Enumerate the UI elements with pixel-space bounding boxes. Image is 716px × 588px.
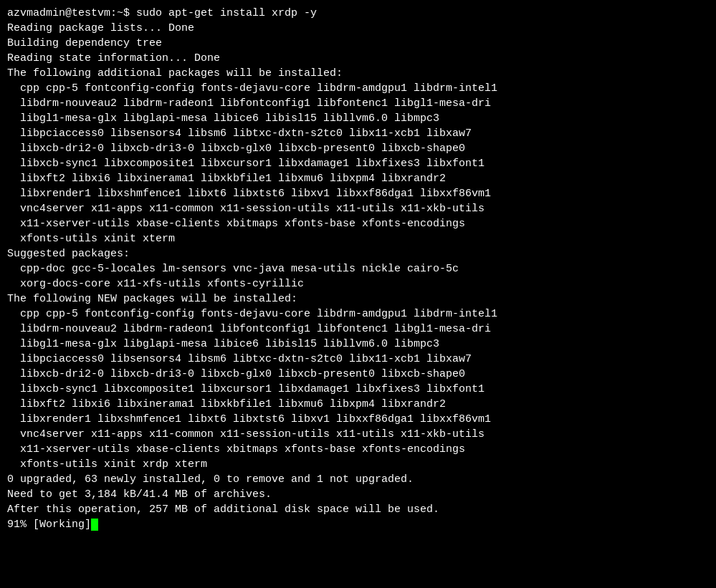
- line-29: vnc4server x11-apps x11-common x11-sessi…: [7, 427, 709, 442]
- line-16: xfonts-utils xinit xterm: [7, 231, 709, 246]
- line-08: libgl1-mesa-glx libglapi-mesa libice6 li…: [7, 111, 709, 126]
- line-26: libxcb-sync1 libxcomposite1 libxcursor1 …: [7, 382, 709, 397]
- line-06: cpp cpp-5 fontconfig-config fonts-dejavu…: [7, 81, 709, 96]
- line-25: libxcb-dri2-0 libxcb-dri3-0 libxcb-glx0 …: [7, 367, 709, 382]
- line-04: Reading state information... Done: [7, 51, 709, 66]
- terminal-cursor: [91, 519, 98, 531]
- line-17: Suggested packages:: [7, 246, 709, 261]
- line-34: After this operation, 257 MB of addition…: [7, 502, 709, 517]
- line-31: xfonts-utils xinit xrdp xterm: [7, 457, 709, 472]
- line-14: vnc4server x11-apps x11-common x11-sessi…: [7, 201, 709, 216]
- line-33: Need to get 3,184 kB/41.4 MB of archives…: [7, 487, 709, 502]
- terminal-window: azvmadmin@testvm:~$ sudo apt-get install…: [0, 0, 716, 588]
- line-10: libxcb-dri2-0 libxcb-dri3-0 libxcb-glx0 …: [7, 141, 709, 156]
- line-27: libxft2 libxi6 libxinerama1 libxkbfile1 …: [7, 397, 709, 412]
- line-18: cpp-doc gcc-5-locales lm-sensors vnc-jav…: [7, 261, 709, 276]
- line-11: libxcb-sync1 libxcomposite1 libxcursor1 …: [7, 156, 709, 171]
- line-13: libxrender1 libxshmfence1 libxt6 libxtst…: [7, 186, 709, 201]
- line-07: libdrm-nouveau2 libdrm-radeon1 libfontco…: [7, 96, 709, 111]
- line-24: libpciaccess0 libsensors4 libsm6 libtxc-…: [7, 352, 709, 367]
- line-28: libxrender1 libxshmfence1 libxt6 libxtst…: [7, 412, 709, 427]
- line-01: azvmadmin@testvm:~$ sudo apt-get install…: [7, 6, 709, 21]
- line-05: The following additional packages will b…: [7, 66, 709, 81]
- line-23: libgl1-mesa-glx libglapi-mesa libice6 li…: [7, 337, 709, 352]
- line-20: The following NEW packages will be insta…: [7, 291, 709, 307]
- line-30: x11-xserver-utils xbase-clients xbitmaps…: [7, 442, 709, 457]
- line-15: x11-xserver-utils xbase-clients xbitmaps…: [7, 216, 709, 231]
- line-35: 91% [Working]: [7, 517, 709, 532]
- line-32: 0 upgraded, 63 newly installed, 0 to rem…: [7, 472, 709, 487]
- line-02: Reading package lists... Done: [7, 21, 709, 36]
- line-03: Building dependency tree: [7, 36, 709, 51]
- line-19: xorg-docs-core x11-xfs-utils xfonts-cyri…: [7, 276, 709, 291]
- line-21: cpp cpp-5 fontconfig-config fonts-dejavu…: [7, 307, 709, 322]
- line-12: libxft2 libxi6 libxinerama1 libxkbfile1 …: [7, 171, 709, 186]
- line-22: libdrm-nouveau2 libdrm-radeon1 libfontco…: [7, 322, 709, 337]
- line-09: libpciaccess0 libsensors4 libsm6 libtxc-…: [7, 126, 709, 141]
